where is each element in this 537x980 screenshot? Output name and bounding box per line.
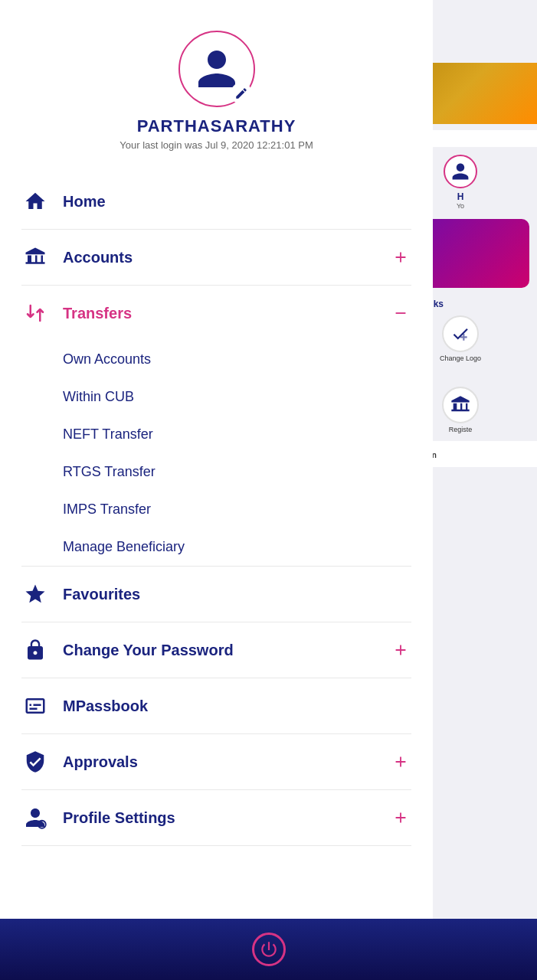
right-sub-text: Yo [457, 202, 464, 210]
sidebar-item-favourites[interactable]: Favourites [0, 567, 433, 622]
sidebar-item-transfers[interactable]: Transfers [0, 286, 433, 341]
sub-item-rtgs-transfer[interactable]: RTGS Transfer [63, 453, 433, 491]
sub-item-own-accounts[interactable]: Own Accounts [63, 341, 433, 378]
passbook-icon [21, 692, 49, 720]
star-icon [21, 580, 49, 608]
home-label: Home [63, 193, 411, 211]
bottom-bar [0, 919, 537, 980]
right-avatar [444, 155, 477, 188]
profile-settings-icon [21, 804, 49, 831]
mpassbook-label: MPassbook [63, 697, 411, 715]
transfers-sub-items: Own Accounts Within CUB NEFT Transfer RT… [0, 341, 433, 566]
favorites-register-item[interactable]: Registe [437, 382, 483, 438]
sidebar-item-profile-settings[interactable]: Profile Settings [0, 790, 433, 845]
sub-item-manage-beneficiary[interactable]: Manage Beneficiary [63, 528, 433, 566]
change-password-expand-button[interactable] [390, 639, 411, 661]
profile-settings-label: Profile Settings [63, 809, 390, 827]
profile-name: PARTHASARATHY [137, 116, 296, 136]
accounts-icon [21, 243, 49, 271]
change-password-label: Change Your Password [63, 642, 390, 659]
change-logo-icon-circle [442, 315, 479, 352]
favourites-label: Favourites [63, 586, 411, 603]
power-button[interactable] [252, 933, 286, 966]
password-icon [21, 636, 49, 664]
menu-panel: PARTHASARATHY Your last login was Jul 9,… [0, 0, 433, 980]
approvals-icon [21, 748, 49, 776]
transfers-collapse-button[interactable] [390, 302, 411, 324]
menu-items: Home Accounts Transfers Own Ac [0, 166, 433, 919]
sub-item-within-cub[interactable]: Within CUB [63, 378, 433, 416]
sidebar-item-home[interactable]: Home [0, 174, 433, 229]
avatar-wrapper [178, 31, 255, 107]
sub-item-imps-transfer[interactable]: IMPS Transfer [63, 491, 433, 528]
profile-last-login: Your last login was Jul 9, 2020 12:21:01… [120, 139, 313, 151]
register-label: Registe [449, 426, 473, 433]
right-hi-text: H [457, 191, 464, 202]
sidebar-item-change-password[interactable]: Change Your Password [0, 622, 433, 678]
transfers-label: Transfers [63, 305, 390, 322]
bank-icon-circle [442, 387, 479, 423]
sidebar-item-mpassbook[interactable]: MPassbook [0, 678, 433, 733]
profile-section: PARTHASARATHY Your last login was Jul 9,… [0, 0, 433, 166]
quick-link-change-logo[interactable]: Change Logo [435, 311, 486, 367]
sidebar-item-accounts[interactable]: Accounts [0, 230, 433, 285]
accounts-expand-button[interactable] [390, 247, 411, 268]
divider-profile-settings [21, 845, 411, 846]
edit-profile-button[interactable] [231, 83, 252, 104]
profile-settings-expand-button[interactable] [390, 807, 411, 828]
home-icon [21, 188, 49, 215]
sidebar-item-approvals[interactable]: Approvals [0, 734, 433, 789]
sub-item-neft-transfer[interactable]: NEFT Transfer [63, 416, 433, 453]
accounts-label: Accounts [63, 249, 390, 266]
transfers-icon [21, 299, 49, 327]
approvals-expand-button[interactable] [390, 751, 411, 773]
approvals-label: Approvals [63, 753, 390, 771]
change-logo-label: Change Logo [440, 354, 481, 362]
